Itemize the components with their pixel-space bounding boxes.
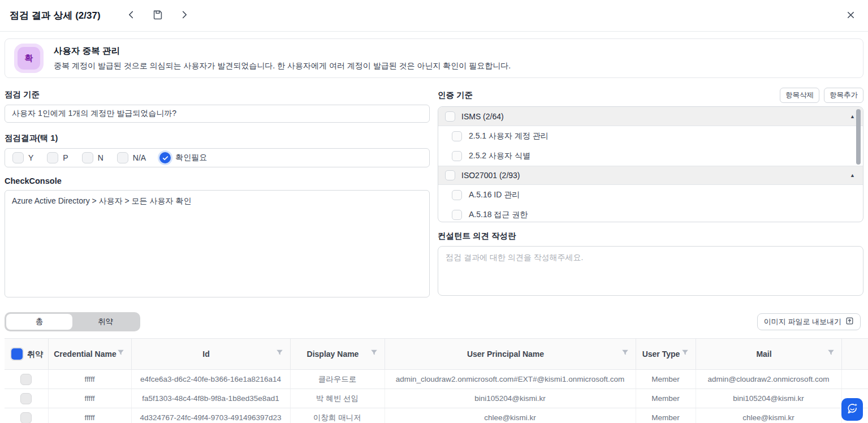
- option-label: P: [63, 153, 68, 162]
- cell-credential-name: fffff: [48, 408, 131, 423]
- export-image-button[interactable]: 이미지 파일로 내보내기: [757, 313, 861, 330]
- cert-item[interactable]: A.5.16 ID 관리: [438, 185, 863, 205]
- cell-empty: [841, 370, 868, 389]
- item-checkbox[interactable]: [452, 190, 462, 200]
- cert-group-header[interactable]: ISO27001 (2/93)▲: [438, 166, 863, 185]
- cert-criteria-panel: ISMS (2/64)▲2.5.1 사용자 계정 관리2.5.2 사용자 식별I…: [438, 106, 863, 222]
- check-result-options: YPNN/A확인필요: [5, 148, 430, 167]
- option-label: N/A: [133, 153, 146, 162]
- cell-user-type: Member: [636, 389, 696, 408]
- row-select-checkbox[interactable]: [20, 374, 32, 385]
- collapse-caret-icon[interactable]: ▲: [850, 172, 855, 178]
- collapse-caret-icon[interactable]: ▲: [850, 114, 855, 119]
- page-title: 점검 결과 상세 (2/37): [10, 9, 101, 22]
- filter-funnel-icon[interactable]: [621, 348, 629, 360]
- table-row: fffffe4fce6a3-d6c2-40fe-b366-16e1a8216a1…: [5, 370, 868, 389]
- check-console-label: CheckConsole: [5, 176, 430, 185]
- checkbox-checked[interactable]: [159, 152, 171, 163]
- next-button[interactable]: [176, 8, 192, 24]
- row-select-checkbox[interactable]: [20, 393, 32, 404]
- checkbox-unchecked[interactable]: [82, 152, 93, 163]
- col-header-id: Id: [131, 339, 290, 370]
- group-label: ISO27001 (2/93): [461, 171, 520, 180]
- filter-funnel-icon[interactable]: [827, 348, 835, 360]
- filter-funnel-icon[interactable]: [681, 348, 689, 360]
- col-header-user-type: User Type: [636, 339, 696, 370]
- assistant-fab-button[interactable]: [841, 398, 863, 421]
- summary-description: 중복 계정이 발급된 것으로 의심되는 사용자가 발견되었습니다. 한 사용자에…: [54, 61, 511, 71]
- check-criteria-input[interactable]: [5, 105, 430, 123]
- check-criteria-label: 점검 기준: [5, 89, 430, 100]
- option-label: Y: [28, 153, 33, 162]
- select-all-header-cell: 취약: [5, 339, 48, 370]
- item-label: 2.5.2 사용자 식별: [469, 151, 530, 161]
- cell-display-name: 클라우드로: [290, 370, 385, 389]
- panel-scrollbar-thumb[interactable]: [856, 109, 861, 165]
- row-select-cell: [5, 370, 48, 389]
- select-header-label: 취약: [27, 349, 43, 360]
- check-result-option[interactable]: P: [47, 152, 68, 163]
- row-select-cell: [5, 408, 48, 423]
- consultant-opinion-label: 컨설턴트 의견 작성란: [438, 231, 863, 241]
- check-result-option[interactable]: Y: [12, 152, 33, 163]
- table-row: fffff4d324767-24fc-49f4-9703-491496397d2…: [5, 408, 868, 423]
- tab-inactive[interactable]: 취약: [72, 314, 139, 330]
- cert-item[interactable]: A.5.18 접근 권한: [438, 205, 863, 222]
- checkbox-unchecked[interactable]: [117, 152, 128, 163]
- filter-funnel-icon[interactable]: [116, 348, 125, 360]
- cert-item[interactable]: 2.5.1 사용자 계정 관리: [438, 126, 863, 146]
- cert-group-header[interactable]: ISMS (2/64)▲: [438, 107, 863, 126]
- cert-criteria-label: 인증 기준: [438, 90, 473, 101]
- group-checkbox[interactable]: [445, 170, 455, 180]
- cell-mail: admin@cloudraw2.onmicrosoft.com: [696, 370, 841, 389]
- filter-funnel-icon[interactable]: [370, 348, 378, 360]
- result-tab-group: 총취약: [5, 312, 140, 331]
- col-header-empty: [841, 339, 868, 370]
- cell-user-type: Member: [636, 408, 696, 423]
- item-checkbox[interactable]: [452, 210, 462, 220]
- save-button[interactable]: [150, 8, 166, 24]
- row-select-checkbox[interactable]: [20, 412, 32, 423]
- delete-item-button[interactable]: 항목삭제: [780, 88, 819, 103]
- table-header-row: 취약 Credential Name Id Display Name: [5, 339, 868, 370]
- item-checkbox[interactable]: [452, 131, 462, 141]
- cell-user-principal-name: chlee@kismi.kr: [385, 408, 636, 423]
- tab-active[interactable]: 총: [6, 314, 72, 330]
- add-item-button[interactable]: 항목추가: [824, 88, 863, 103]
- close-button[interactable]: [843, 8, 858, 24]
- filter-funnel-icon[interactable]: [275, 348, 284, 360]
- checkbox-unchecked[interactable]: [47, 152, 58, 163]
- export-button-label: 이미지 파일로 내보내기: [764, 317, 841, 327]
- cert-item[interactable]: 2.5.2 사용자 식별: [438, 146, 863, 166]
- group-checkbox[interactable]: [445, 111, 455, 122]
- item-label: A.5.16 ID 관리: [469, 190, 520, 200]
- cell-user-principal-name: admin_cloudraw2.onmicrosoft.com#EXT#@kis…: [385, 370, 636, 389]
- cell-user-type: Member: [636, 370, 696, 389]
- prev-button[interactable]: [123, 8, 139, 24]
- cell-mail: bini105204@kismi.kr: [696, 389, 841, 408]
- option-label: 확인필요: [175, 153, 207, 163]
- cell-mail: chlee@kismi.kr: [696, 408, 841, 423]
- check-result-option[interactable]: N: [82, 152, 103, 163]
- summary-card: 확 사용자 중복 관리 중복 계정이 발급된 것으로 의심되는 사용자가 발견되…: [5, 38, 863, 78]
- select-all-checkbox[interactable]: [11, 348, 23, 360]
- item-label: A.5.18 접근 권한: [469, 210, 528, 220]
- modal-header: 점검 결과 상세 (2/37): [0, 0, 868, 32]
- check-console-textarea[interactable]: Azure Active Directory > 사용자 > 모든 사용자 확인: [5, 190, 430, 297]
- cell-credential-name: fffff: [48, 389, 131, 408]
- consultant-opinion-textarea[interactable]: [438, 246, 863, 296]
- cell-user-principal-name: bini105204@kismi.kr: [385, 389, 636, 408]
- check-result-option[interactable]: 확인필요: [159, 152, 207, 163]
- cell-id: fa5f1303-48c4-4f8b-9f8a-1b8ed35e8ad1: [131, 389, 290, 408]
- check-result-option[interactable]: N/A: [117, 152, 146, 163]
- checkbox-unchecked[interactable]: [12, 152, 24, 163]
- cert-groups-container: ISMS (2/64)▲2.5.1 사용자 계정 관리2.5.2 사용자 식별I…: [438, 107, 863, 222]
- cell-id: 4d324767-24fc-49f4-9703-491496397d23: [131, 408, 290, 423]
- col-header-credential-name: Credential Name: [48, 339, 131, 370]
- group-label: ISMS (2/64): [461, 112, 504, 121]
- col-header-display-name: Display Name: [290, 339, 385, 370]
- chevron-right-icon: [178, 8, 191, 23]
- check-result-label: 점검결과(택 1): [5, 133, 430, 144]
- item-checkbox[interactable]: [452, 151, 462, 161]
- status-badge-label: 확: [18, 47, 40, 70]
